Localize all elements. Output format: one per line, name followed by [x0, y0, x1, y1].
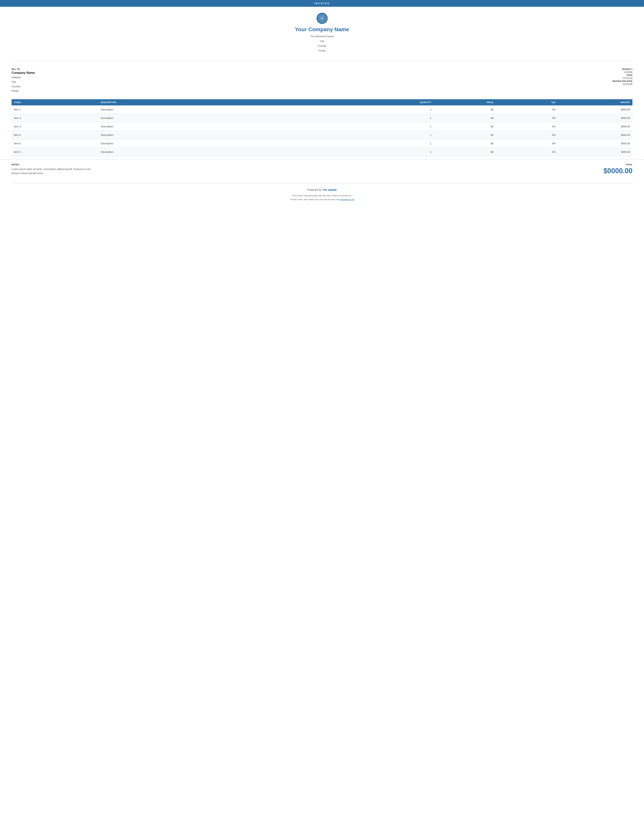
bill-address: Address City Country Postal: [11, 75, 602, 93]
footer-line2: To learn more, and create your own free …: [11, 198, 633, 201]
date-label-row: DATE: [602, 74, 633, 76]
col-header-description: DESCRIPTION: [98, 99, 347, 105]
wave-logo-icon: [323, 188, 327, 191]
item-description: Description: [98, 114, 347, 122]
wave-brand-text: wave: [328, 188, 336, 192]
notes-label: NOTES:: [11, 163, 590, 166]
item-amount: $000.00: [558, 131, 633, 139]
item-name: Item 5: [11, 139, 98, 148]
item-tax: 0%: [496, 114, 558, 122]
notes-text: Lorem ipsum dolor sit amet, consectetur …: [11, 167, 93, 175]
powered-by: Powered by wave: [11, 188, 633, 192]
table-row: Item 6 Description 1 $0 0% $000.00: [11, 148, 633, 156]
footer-line1: This invoice was generated with the help…: [11, 194, 633, 198]
wave-logo: wave: [323, 188, 336, 192]
table-header-row: ITEMS DESCRIPTION QUANTITY PRICE TAX AMO…: [11, 99, 633, 105]
footer-link[interactable]: waveapps.com: [340, 198, 354, 201]
item-tax: 0%: [496, 105, 558, 114]
item-price: $0: [434, 139, 496, 148]
item-amount: $000.00: [558, 148, 633, 156]
bill-city: City: [11, 80, 602, 84]
due-date-label-row: INVOICE DUE DATE: [602, 80, 633, 82]
footer-section: Powered by wave This invoice was generat…: [0, 183, 644, 206]
due-date-value-row: 12/31/20: [602, 83, 633, 85]
date-value-row: 12/31/20: [602, 77, 633, 80]
item-quantity: 1: [347, 105, 434, 114]
item-description: Description: [98, 131, 347, 139]
item-name: Item 2: [11, 114, 98, 122]
item-quantity: 1: [347, 131, 434, 139]
item-price: $0: [434, 131, 496, 139]
item-amount: $000.00: [558, 139, 633, 148]
due-date-label: INVOICE DUE DATE: [612, 80, 633, 82]
company-business-name: Your Business Name: [11, 34, 633, 39]
table-row: Item 1 Description 1 $0 0% $000.00: [11, 105, 633, 114]
invoice-header-bar: INVOICE: [0, 0, 644, 7]
bill-address-line: Address: [11, 75, 602, 80]
table-body: Item 1 Description 1 $0 0% $000.00 Item …: [11, 105, 633, 156]
bill-postal: Postal: [11, 88, 602, 93]
item-price: $0: [434, 105, 496, 114]
item-tax: 0%: [496, 148, 558, 156]
item-price: $0: [434, 114, 496, 122]
col-header-price: PRICE: [434, 99, 496, 105]
item-amount: $000.00: [558, 114, 633, 122]
invoice-meta-block: INVOICE # 123456 DATE 12/31/20 INVOICE D…: [602, 68, 633, 93]
table-header: ITEMS DESCRIPTION QUANTITY PRICE TAX AMO…: [11, 99, 633, 105]
item-price: $0: [434, 122, 496, 131]
item-quantity: 1: [347, 122, 434, 131]
col-header-amount: AMOUNT: [558, 99, 633, 105]
item-quantity: 1: [347, 148, 434, 156]
bill-section: BILL TO: Company Name Address City Count…: [0, 65, 644, 96]
svg-point-5: [322, 18, 322, 19]
total-amount: $0000.00: [598, 167, 633, 175]
company-postal: Postal: [11, 48, 633, 53]
item-amount: $000.00: [558, 105, 633, 114]
item-quantity: 1: [347, 139, 434, 148]
col-header-tax: TAX: [496, 99, 558, 105]
invoice-number-value-row: 123456: [602, 71, 633, 74]
item-amount: $000.00: [558, 122, 633, 131]
company-section: Your Company Name Your Business Name Cit…: [0, 7, 644, 57]
item-description: Description: [98, 105, 347, 114]
item-name: Item 3: [11, 122, 98, 131]
item-description: Description: [98, 139, 347, 148]
bill-to-block: BILL TO: Company Name Address City Count…: [11, 68, 602, 93]
table-row: Item 4 Description 1 $0 0% $000.00: [11, 131, 633, 139]
table-row: Item 2 Description 1 $0 0% $000.00: [11, 114, 633, 122]
total-label: TOTAL: [598, 163, 633, 166]
item-quantity: 1: [347, 114, 434, 122]
bill-to-label: BILL TO:: [11, 68, 602, 70]
item-price: $0: [434, 148, 496, 156]
item-tax: 0%: [496, 122, 558, 131]
company-details: Your Business Name City Country Postal: [11, 34, 633, 53]
powered-by-text: Powered by: [308, 188, 322, 191]
item-tax: 0%: [496, 131, 558, 139]
company-city: City: [11, 39, 633, 44]
item-description: Description: [98, 122, 347, 131]
company-name: Your Company Name: [11, 26, 633, 32]
col-header-quantity: QUANTITY: [347, 99, 434, 105]
notes-total-section: NOTES: Lorem ipsum dolor sit amet, conse…: [0, 159, 644, 179]
table-row: Item 5 Description 1 $0 0% $000.00: [11, 139, 633, 148]
due-date-value: 12/31/20: [619, 83, 633, 85]
footer-text: This invoice was generated with the help…: [11, 194, 633, 201]
item-description: Description: [98, 148, 347, 156]
date-label: DATE: [627, 74, 633, 76]
company-country: Country: [11, 43, 633, 48]
item-name: Item 1: [11, 105, 98, 114]
items-table: ITEMS DESCRIPTION QUANTITY PRICE TAX AMO…: [11, 99, 633, 156]
company-logo: [316, 13, 328, 24]
item-name: Item 4: [11, 131, 98, 139]
footer-line2-text: To learn more, and create your own free …: [290, 198, 340, 201]
invoice-title: INVOICE: [314, 2, 330, 5]
col-header-items: ITEMS: [11, 99, 98, 105]
invoice-number-value: 123456: [619, 71, 633, 74]
item-tax: 0%: [496, 139, 558, 148]
date-value: 12/31/20: [619, 77, 633, 80]
bill-company-name: Company Name: [11, 71, 602, 75]
total-block: TOTAL $0000.00: [598, 163, 633, 175]
item-name: Item 6: [11, 148, 98, 156]
invoice-number-row: INVOICE #: [602, 68, 633, 70]
invoice-number-label: INVOICE #: [622, 68, 633, 70]
